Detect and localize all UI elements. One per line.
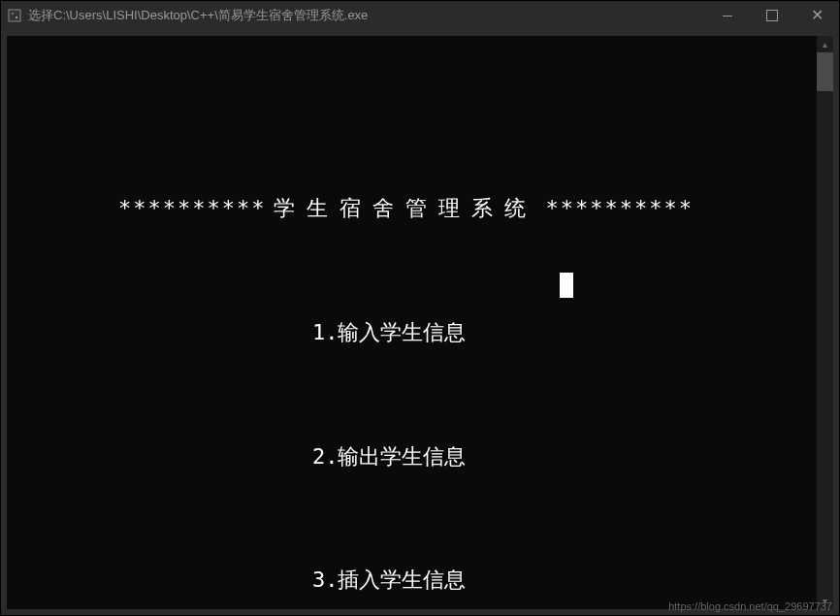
menu-item-3: 3.插入学生信息 xyxy=(7,563,833,597)
stars-left: ********** xyxy=(118,196,266,220)
scrollbar-thumb[interactable] xyxy=(817,52,833,91)
console-area[interactable]: **********学生宿舍管理系统********** 1.输入学生信息 2.… xyxy=(7,36,833,609)
menu-item-1: 1.输入学生信息 xyxy=(7,315,833,349)
text-cursor xyxy=(560,273,573,298)
watermark: https://blog.csdn.net/qq_29697737 xyxy=(668,600,832,612)
menu-item-2: 2.输出学生信息 xyxy=(7,439,833,473)
console-content: **********学生宿舍管理系统********** 1.输入学生信息 2.… xyxy=(7,36,833,609)
minimize-button[interactable] xyxy=(705,1,750,30)
menu-header: **********学生宿舍管理系统********** xyxy=(7,191,833,225)
titlebar[interactable]: 选择C:\Users\LISHI\Desktop\C++\简易学生宿舍管理系统.… xyxy=(1,1,839,30)
svg-rect-2 xyxy=(16,16,17,18)
stars-right: ********** xyxy=(545,196,693,220)
close-button[interactable]: ✕ xyxy=(794,1,839,30)
window-title: 选择C:\Users\LISHI\Desktop\C++\简易学生宿舍管理系统.… xyxy=(28,7,705,24)
app-icon xyxy=(7,8,22,23)
console-window: 选择C:\Users\LISHI\Desktop\C++\简易学生宿舍管理系统.… xyxy=(0,0,840,616)
window-controls: ✕ xyxy=(705,1,839,30)
scroll-up-icon[interactable]: ▴ xyxy=(817,36,833,52)
vertical-scrollbar[interactable]: ▴ ▾ xyxy=(817,36,833,609)
header-title: 学生宿舍管理系统 xyxy=(274,196,537,220)
svg-rect-1 xyxy=(12,13,14,15)
maximize-button[interactable] xyxy=(750,1,794,30)
svg-rect-0 xyxy=(9,10,20,21)
